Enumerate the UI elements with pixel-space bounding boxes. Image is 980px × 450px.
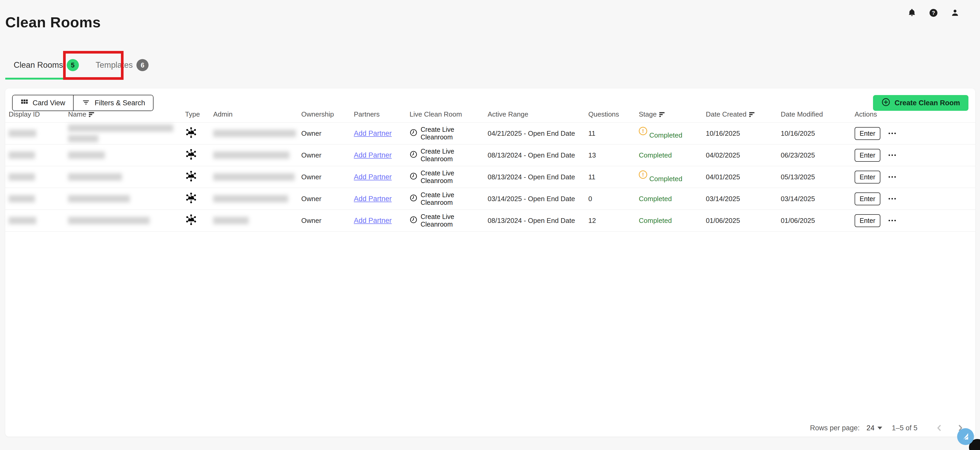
column-header-active-range: Active Range <box>488 110 588 119</box>
redacted-admin <box>213 130 296 137</box>
table-row: Owner Add Partner Create Live Cleanroom … <box>5 188 975 210</box>
cell-date-modified: 03/14/2025 <box>781 195 854 203</box>
hybrid-type-icon <box>185 170 197 184</box>
create-live-cleanroom-action[interactable]: Create Live Cleanroom <box>410 147 488 163</box>
cell-active-range: 08/13/2024 - Open End Date <box>488 151 588 159</box>
column-header-label: Type <box>185 110 200 119</box>
cell-display-id <box>9 130 68 137</box>
more-actions-icon[interactable] <box>888 153 897 157</box>
sort-icon <box>749 111 757 117</box>
clock-icon <box>410 128 417 138</box>
cell-date-created: 03/14/2025 <box>706 195 781 203</box>
plus-circle-icon <box>881 98 890 108</box>
create-live-cleanroom-action[interactable]: Create Live Cleanroom <box>410 191 488 206</box>
column-header-name[interactable]: Name <box>68 110 185 119</box>
cell-admin <box>213 217 301 224</box>
cell-date-created: 01/06/2025 <box>706 217 781 225</box>
help-icon[interactable]: ? <box>929 8 939 18</box>
create-live-cleanroom-label: Create Live Cleanroom <box>421 213 488 228</box>
chat-launcher-sail-logo[interactable] <box>957 428 974 445</box>
hybrid-type-icon <box>185 148 197 162</box>
column-header-label: Ownership <box>301 110 334 119</box>
create-live-cleanroom-action[interactable]: Create Live Cleanroom <box>410 213 488 228</box>
column-header-actions: Actions <box>854 110 975 119</box>
create-live-cleanroom-action[interactable]: Create Live Cleanroom <box>410 170 488 185</box>
cell-type <box>185 192 213 206</box>
cell-stage: ! Completed <box>639 195 706 203</box>
redacted-name <box>68 124 173 132</box>
cell-date-modified: 05/13/2025 <box>781 173 854 181</box>
filters-search-label: Filters & Search <box>95 99 145 107</box>
cell-display-id <box>9 152 68 159</box>
column-header-label: Actions <box>854 110 877 119</box>
clock-icon <box>410 216 417 225</box>
enter-button[interactable]: Enter <box>854 192 880 205</box>
rows-per-page-select[interactable]: 24 <box>866 424 882 432</box>
add-partner-link[interactable]: Add Partner <box>354 217 392 225</box>
cell-ownership: Owner <box>301 130 354 138</box>
content-panel: Card View Filters & Search Create Clean … <box>5 89 975 437</box>
card-view-label: Card View <box>33 99 65 107</box>
more-actions-icon[interactable] <box>888 175 897 179</box>
card-view-button[interactable]: Card View <box>13 95 73 111</box>
cell-active-range: 04/21/2025 - Open End Date <box>488 130 588 138</box>
create-clean-room-button[interactable]: Create Clean Room <box>873 95 969 111</box>
column-header-date-created[interactable]: Date Created <box>706 110 781 119</box>
create-live-cleanroom-label: Create Live Cleanroom <box>421 170 488 185</box>
enter-button[interactable]: Enter <box>854 214 880 227</box>
more-actions-icon[interactable] <box>888 132 897 135</box>
cell-questions: 0 <box>588 195 639 203</box>
cell-type <box>185 127 213 141</box>
table-row: Owner Add Partner Create Live Cleanroom … <box>5 210 975 231</box>
column-header-label: Partners <box>354 110 380 119</box>
toolbar: Card View Filters & Search Create Clean … <box>12 95 969 111</box>
more-actions-icon[interactable] <box>888 197 897 201</box>
column-header-date-modified: Date Modified <box>781 110 854 119</box>
enter-button[interactable]: Enter <box>854 171 880 184</box>
cell-stage: ! Completed <box>639 217 706 225</box>
cell-partners: Add Partner <box>354 151 410 159</box>
cell-display-id <box>9 173 68 181</box>
create-live-cleanroom-action[interactable]: Create Live Cleanroom <box>410 126 488 141</box>
cell-stage: ! Completed <box>639 129 706 138</box>
table-body: Owner Add Partner Create Live Cleanroom … <box>5 123 975 231</box>
cell-actions: Enter <box>854 192 975 205</box>
hybrid-type-icon <box>185 127 197 141</box>
cell-stage: ! Completed <box>639 151 706 159</box>
column-header-live-clean-room: Live Clean Room <box>410 110 488 119</box>
stage-label: Completed <box>649 131 682 139</box>
enter-button[interactable]: Enter <box>854 127 880 140</box>
tab-templates[interactable]: Templates 6 <box>87 51 157 79</box>
add-partner-link[interactable]: Add Partner <box>354 173 392 181</box>
tab-clean-rooms-label: Clean Rooms <box>14 60 63 70</box>
add-partner-link[interactable]: Add Partner <box>354 130 392 138</box>
add-partner-link[interactable]: Add Partner <box>354 151 392 159</box>
column-header-label: Date Created <box>706 110 746 119</box>
create-clean-room-label: Create Clean Room <box>894 99 960 107</box>
cell-type <box>185 170 213 184</box>
cell-questions: 13 <box>588 151 639 159</box>
caret-down-icon <box>878 427 882 429</box>
redacted-admin <box>213 173 295 181</box>
cell-admin <box>213 173 301 181</box>
column-header-display-id: Display ID <box>9 110 68 119</box>
filters-search-button[interactable]: Filters & Search <box>73 95 153 111</box>
column-header-label: Stage <box>639 110 657 119</box>
table-row: Owner Add Partner Create Live Cleanroom … <box>5 144 975 166</box>
enter-button[interactable]: Enter <box>854 149 880 162</box>
cell-stage: ! Completed <box>639 173 706 181</box>
table-row: Owner Add Partner Create Live Cleanroom … <box>5 123 975 144</box>
cell-date-modified: 06/23/2025 <box>781 151 854 159</box>
add-partner-link[interactable]: Add Partner <box>354 195 392 203</box>
column-header-stage[interactable]: Stage <box>639 110 706 119</box>
chevron-left-icon[interactable] <box>935 423 944 433</box>
cell-ownership: Owner <box>301 173 354 181</box>
cell-name <box>68 195 185 203</box>
cell-questions: 12 <box>588 217 639 225</box>
active-tab-underline <box>5 78 87 79</box>
notifications-bell-icon[interactable] <box>907 8 917 18</box>
account-person-icon[interactable] <box>950 8 960 18</box>
tab-clean-rooms[interactable]: Clean Rooms 5 <box>5 51 87 79</box>
stage-label: Completed <box>639 151 672 159</box>
more-actions-icon[interactable] <box>888 219 897 222</box>
